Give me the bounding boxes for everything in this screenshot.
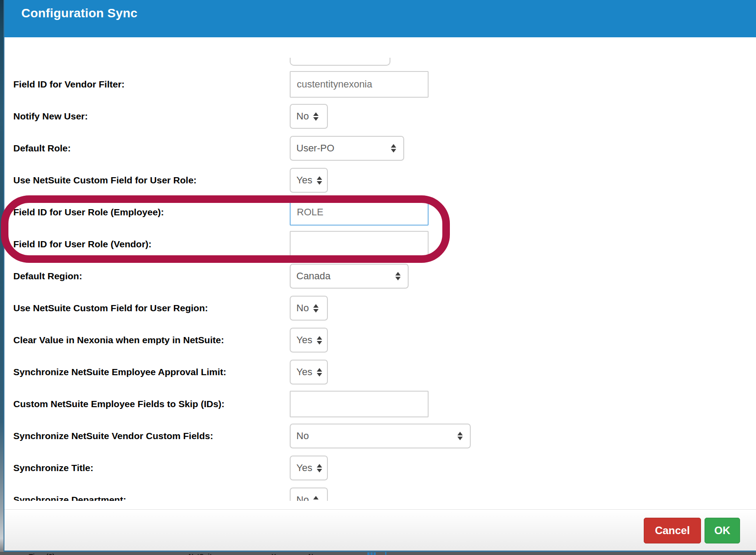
form-row: Field ID for User Role (Vendor): <box>4 228 756 260</box>
select-arrows-icon <box>313 304 319 313</box>
background-cell: None <box>308 552 325 555</box>
field-id-for-user-role-vendor-label: Field ID for User Role (Vendor): <box>13 239 152 250</box>
form-row: Field ID for User Role (Employee): <box>4 196 756 228</box>
use-netsuite-custom-field-for-user-region-select[interactable]: No <box>290 296 328 321</box>
selected-value: No <box>296 494 309 501</box>
form-row: Default Role:User-PO <box>4 132 756 164</box>
select-arrows-icon <box>457 432 463 440</box>
form-row: Synchronize Department:No <box>4 484 756 501</box>
table-column-divider <box>385 552 386 555</box>
ok-button[interactable]: OK <box>705 518 740 543</box>
cancel-button[interactable]: Cancel <box>644 518 701 543</box>
form-row: Synchronize NetSuite Vendor Custom Field… <box>4 420 756 452</box>
dimmed-page-left-edge <box>0 0 4 555</box>
select-arrows-icon <box>317 464 322 472</box>
selected-value: Canada <box>296 270 331 282</box>
use-netsuite-custom-field-for-user-region-label: Use NetSuite Custom Field for User Regio… <box>13 303 208 313</box>
selected-value: No <box>296 111 309 122</box>
field-id-for-user-role-employee-input[interactable] <box>290 199 429 226</box>
synchronize-department-label: Synchronize Department: <box>13 495 126 501</box>
synchronize-netsuite-employee-approval-limit-select[interactable]: Yes <box>290 360 328 385</box>
custom-netsuite-employee-fields-to-skip-ids-input[interactable] <box>290 391 429 417</box>
selected-value: Yes <box>296 334 312 346</box>
selected-value: No <box>296 302 309 314</box>
selected-value: User-PO <box>296 143 335 154</box>
custom-netsuite-employee-fields-to-skip-ids-label: Custom NetSuite Employee Fields to Skip … <box>13 399 224 409</box>
select-arrows-icon <box>313 112 319 121</box>
dialog-title: Configuration Sync <box>21 6 138 20</box>
notify-new-user-label: Notify New User: <box>13 111 88 122</box>
synchronize-department-select[interactable]: No <box>290 488 328 501</box>
field-id-for-vendor-filter-label: Field ID for Vendor Filter: <box>13 79 125 90</box>
dialog-body[interactable]: Field ID for Vendor Filter:Notify New Us… <box>4 37 756 501</box>
synchronize-netsuite-employee-approval-limit-label: Synchronize NetSuite Employee Approval L… <box>13 367 226 377</box>
form-row: Use NetSuite Custom Field for User Regio… <box>4 292 756 324</box>
selected-value: Yes <box>296 462 312 474</box>
form-row: Custom NetSuite Employee Fields to Skip … <box>4 388 756 420</box>
form-row: Field ID for Vendor Filter: <box>4 68 756 100</box>
select-arrows-icon <box>313 496 319 501</box>
select-arrows-icon <box>317 336 322 345</box>
selected-value: Yes <box>296 174 312 186</box>
field-id-for-vendor-filter-input[interactable] <box>290 71 429 98</box>
bar-chart-icon <box>367 552 376 555</box>
default-role-label: Default Role: <box>13 143 71 154</box>
default-region-select[interactable]: Canada <box>290 264 409 289</box>
use-netsuite-custom-field-for-user-role-select[interactable]: Yes <box>290 168 328 193</box>
synchronize-title-select[interactable]: Yes <box>290 456 328 480</box>
background-cell: NetSuite <box>189 552 216 555</box>
form-row: Synchronize NetSuite Employee Approval L… <box>4 356 756 388</box>
background-cell: Time (?) <box>29 552 55 555</box>
notify-new-user-select[interactable]: No <box>290 104 328 129</box>
synchronize-netsuite-vendor-custom-fields-label: Synchronize NetSuite Vendor Custom Field… <box>13 431 213 441</box>
dialog-header: Configuration Sync <box>4 0 756 37</box>
field-id-for-user-role-employee-label: Field ID for User Role (Employee): <box>13 207 164 218</box>
form-row: Clear Value in Nexonia when empty in Net… <box>4 324 756 356</box>
form-row: Default Region:Canada <box>4 260 756 292</box>
dialog-footer: Cancel OK <box>4 509 756 551</box>
configuration-sync-dialog: Configuration Sync Field ID for Vendor F… <box>4 0 756 552</box>
clear-value-in-nexonia-when-empty-in-netsuite-label: Clear Value in Nexonia when empty in Net… <box>13 335 224 345</box>
select-arrows-icon <box>395 272 401 281</box>
clipped-control-above[interactable] <box>290 58 390 66</box>
select-arrows-icon <box>317 368 322 377</box>
field-id-for-user-role-vendor-input[interactable] <box>290 231 429 258</box>
form-row: Synchronize Title:Yes <box>4 452 756 484</box>
use-netsuite-custom-field-for-user-role-label: Use NetSuite Custom Field for User Role: <box>13 175 197 186</box>
form-row: Notify New User:No <box>4 100 756 132</box>
default-role-select[interactable]: User-PO <box>290 136 404 161</box>
select-arrows-icon <box>391 144 396 153</box>
background-cell: Yes <box>272 552 283 555</box>
form-row: Use NetSuite Custom Field for User Role:… <box>4 164 756 196</box>
synchronize-title-label: Synchronize Title: <box>13 463 93 473</box>
clear-value-in-nexonia-when-empty-in-netsuite-select[interactable]: Yes <box>290 328 328 353</box>
select-arrows-icon <box>317 176 322 185</box>
synchronize-netsuite-vendor-custom-fields-select[interactable]: No <box>290 424 471 448</box>
selected-value: Yes <box>296 366 312 378</box>
dimmed-background-table-row: Time (?) NetSuite Yes None <box>0 552 756 555</box>
selected-value: No <box>296 430 309 442</box>
default-region-label: Default Region: <box>13 271 82 281</box>
